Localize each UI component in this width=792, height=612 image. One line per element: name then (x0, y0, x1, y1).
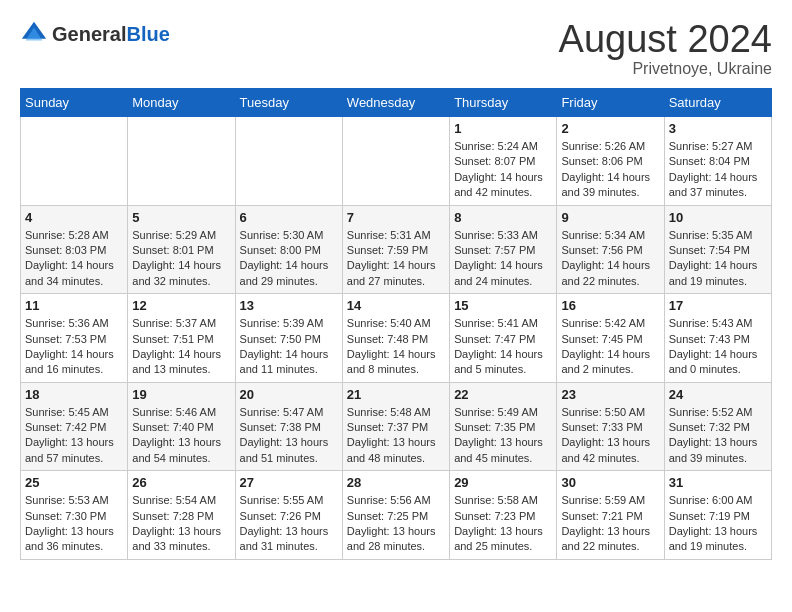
table-row: 1Sunrise: 5:24 AM Sunset: 8:07 PM Daylig… (450, 117, 557, 206)
table-row: 7Sunrise: 5:31 AM Sunset: 7:59 PM Daylig… (342, 205, 449, 294)
table-row (342, 117, 449, 206)
day-number: 21 (347, 387, 445, 402)
day-number: 25 (25, 475, 123, 490)
day-info: Sunrise: 5:39 AM Sunset: 7:50 PM Dayligh… (240, 316, 338, 378)
week-row-2: 4Sunrise: 5:28 AM Sunset: 8:03 PM Daylig… (21, 205, 772, 294)
header-monday: Monday (128, 89, 235, 117)
day-number: 17 (669, 298, 767, 313)
table-row: 12Sunrise: 5:37 AM Sunset: 7:51 PM Dayli… (128, 294, 235, 383)
day-number: 23 (561, 387, 659, 402)
table-row: 24Sunrise: 5:52 AM Sunset: 7:32 PM Dayli… (664, 382, 771, 471)
day-number: 31 (669, 475, 767, 490)
header-sunday: Sunday (21, 89, 128, 117)
table-row: 20Sunrise: 5:47 AM Sunset: 7:38 PM Dayli… (235, 382, 342, 471)
day-info: Sunrise: 5:34 AM Sunset: 7:56 PM Dayligh… (561, 228, 659, 290)
header-friday: Friday (557, 89, 664, 117)
table-row: 26Sunrise: 5:54 AM Sunset: 7:28 PM Dayli… (128, 471, 235, 560)
day-number: 24 (669, 387, 767, 402)
day-number: 10 (669, 210, 767, 225)
day-number: 1 (454, 121, 552, 136)
day-number: 22 (454, 387, 552, 402)
table-row: 18Sunrise: 5:45 AM Sunset: 7:42 PM Dayli… (21, 382, 128, 471)
table-row (235, 117, 342, 206)
day-number: 14 (347, 298, 445, 313)
day-number: 27 (240, 475, 338, 490)
day-number: 20 (240, 387, 338, 402)
day-info: Sunrise: 5:30 AM Sunset: 8:00 PM Dayligh… (240, 228, 338, 290)
day-number: 2 (561, 121, 659, 136)
day-number: 19 (132, 387, 230, 402)
page-header: GeneralBlue August 2024 Privetnoye, Ukra… (20, 20, 772, 78)
table-row: 22Sunrise: 5:49 AM Sunset: 7:35 PM Dayli… (450, 382, 557, 471)
day-info: Sunrise: 5:48 AM Sunset: 7:37 PM Dayligh… (347, 405, 445, 467)
table-row: 13Sunrise: 5:39 AM Sunset: 7:50 PM Dayli… (235, 294, 342, 383)
day-info: Sunrise: 5:53 AM Sunset: 7:30 PM Dayligh… (25, 493, 123, 555)
day-info: Sunrise: 5:56 AM Sunset: 7:25 PM Dayligh… (347, 493, 445, 555)
header-saturday: Saturday (664, 89, 771, 117)
header-tuesday: Tuesday (235, 89, 342, 117)
day-info: Sunrise: 5:58 AM Sunset: 7:23 PM Dayligh… (454, 493, 552, 555)
logo-blue-text: Blue (126, 23, 169, 45)
table-row: 10Sunrise: 5:35 AM Sunset: 7:54 PM Dayli… (664, 205, 771, 294)
table-row: 30Sunrise: 5:59 AM Sunset: 7:21 PM Dayli… (557, 471, 664, 560)
table-row: 17Sunrise: 5:43 AM Sunset: 7:43 PM Dayli… (664, 294, 771, 383)
table-row: 27Sunrise: 5:55 AM Sunset: 7:26 PM Dayli… (235, 471, 342, 560)
logo: GeneralBlue (20, 20, 170, 48)
day-info: Sunrise: 5:42 AM Sunset: 7:45 PM Dayligh… (561, 316, 659, 378)
day-number: 6 (240, 210, 338, 225)
table-row: 23Sunrise: 5:50 AM Sunset: 7:33 PM Dayli… (557, 382, 664, 471)
day-info: Sunrise: 5:59 AM Sunset: 7:21 PM Dayligh… (561, 493, 659, 555)
table-row: 19Sunrise: 5:46 AM Sunset: 7:40 PM Dayli… (128, 382, 235, 471)
day-info: Sunrise: 5:37 AM Sunset: 7:51 PM Dayligh… (132, 316, 230, 378)
day-number: 3 (669, 121, 767, 136)
day-number: 7 (347, 210, 445, 225)
calendar-table: Sunday Monday Tuesday Wednesday Thursday… (20, 88, 772, 560)
table-row: 9Sunrise: 5:34 AM Sunset: 7:56 PM Daylig… (557, 205, 664, 294)
table-row: 15Sunrise: 5:41 AM Sunset: 7:47 PM Dayli… (450, 294, 557, 383)
table-row: 31Sunrise: 6:00 AM Sunset: 7:19 PM Dayli… (664, 471, 771, 560)
day-info: Sunrise: 5:52 AM Sunset: 7:32 PM Dayligh… (669, 405, 767, 467)
day-info: Sunrise: 5:46 AM Sunset: 7:40 PM Dayligh… (132, 405, 230, 467)
day-info: Sunrise: 5:24 AM Sunset: 8:07 PM Dayligh… (454, 139, 552, 201)
week-row-4: 18Sunrise: 5:45 AM Sunset: 7:42 PM Dayli… (21, 382, 772, 471)
logo-icon (20, 20, 48, 48)
location: Privetnoye, Ukraine (559, 60, 772, 78)
day-info: Sunrise: 5:36 AM Sunset: 7:53 PM Dayligh… (25, 316, 123, 378)
table-row: 21Sunrise: 5:48 AM Sunset: 7:37 PM Dayli… (342, 382, 449, 471)
header-thursday: Thursday (450, 89, 557, 117)
table-row: 3Sunrise: 5:27 AM Sunset: 8:04 PM Daylig… (664, 117, 771, 206)
day-info: Sunrise: 5:55 AM Sunset: 7:26 PM Dayligh… (240, 493, 338, 555)
day-info: Sunrise: 5:49 AM Sunset: 7:35 PM Dayligh… (454, 405, 552, 467)
table-row: 8Sunrise: 5:33 AM Sunset: 7:57 PM Daylig… (450, 205, 557, 294)
table-row (128, 117, 235, 206)
table-row: 16Sunrise: 5:42 AM Sunset: 7:45 PM Dayli… (557, 294, 664, 383)
day-number: 28 (347, 475, 445, 490)
day-info: Sunrise: 5:35 AM Sunset: 7:54 PM Dayligh… (669, 228, 767, 290)
day-number: 12 (132, 298, 230, 313)
header-wednesday: Wednesday (342, 89, 449, 117)
table-row: 29Sunrise: 5:58 AM Sunset: 7:23 PM Dayli… (450, 471, 557, 560)
day-info: Sunrise: 5:50 AM Sunset: 7:33 PM Dayligh… (561, 405, 659, 467)
day-number: 29 (454, 475, 552, 490)
day-info: Sunrise: 5:33 AM Sunset: 7:57 PM Dayligh… (454, 228, 552, 290)
day-info: Sunrise: 5:31 AM Sunset: 7:59 PM Dayligh… (347, 228, 445, 290)
day-number: 8 (454, 210, 552, 225)
day-number: 30 (561, 475, 659, 490)
logo-general-text: General (52, 23, 126, 45)
table-row: 6Sunrise: 5:30 AM Sunset: 8:00 PM Daylig… (235, 205, 342, 294)
day-number: 5 (132, 210, 230, 225)
day-info: Sunrise: 5:28 AM Sunset: 8:03 PM Dayligh… (25, 228, 123, 290)
day-info: Sunrise: 5:40 AM Sunset: 7:48 PM Dayligh… (347, 316, 445, 378)
table-row: 11Sunrise: 5:36 AM Sunset: 7:53 PM Dayli… (21, 294, 128, 383)
day-number: 4 (25, 210, 123, 225)
day-number: 9 (561, 210, 659, 225)
day-number: 18 (25, 387, 123, 402)
table-row: 28Sunrise: 5:56 AM Sunset: 7:25 PM Dayli… (342, 471, 449, 560)
day-number: 15 (454, 298, 552, 313)
title-block: August 2024 Privetnoye, Ukraine (559, 20, 772, 78)
day-info: Sunrise: 5:26 AM Sunset: 8:06 PM Dayligh… (561, 139, 659, 201)
day-info: Sunrise: 5:43 AM Sunset: 7:43 PM Dayligh… (669, 316, 767, 378)
day-info: Sunrise: 5:45 AM Sunset: 7:42 PM Dayligh… (25, 405, 123, 467)
day-number: 13 (240, 298, 338, 313)
day-info: Sunrise: 5:54 AM Sunset: 7:28 PM Dayligh… (132, 493, 230, 555)
